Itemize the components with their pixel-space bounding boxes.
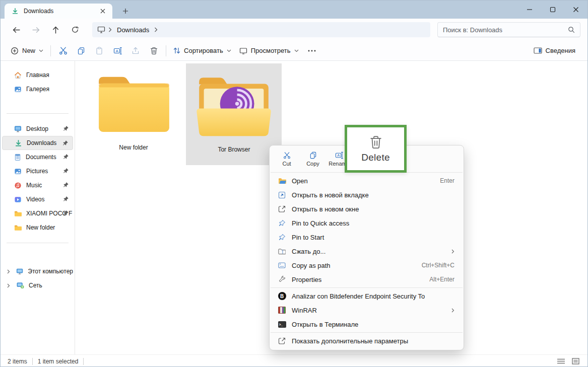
sidebar-item-new-folder[interactable]: New folder	[2, 221, 73, 235]
sidebar-item-desktop[interactable]: Desktop	[2, 122, 73, 136]
pin-icon	[63, 154, 69, 160]
download-icon	[12, 8, 19, 15]
back-button[interactable]	[9, 22, 24, 37]
quick-copy-button[interactable]: Copy	[301, 148, 325, 170]
menu-item-open-new-tab[interactable]: Открыть в новой вкладке	[272, 188, 462, 202]
sidebar-item-label: Главная	[26, 71, 49, 79]
sidebar-item-gallery[interactable]: Галерея	[2, 82, 73, 96]
wrench-icon	[278, 275, 286, 284]
pin-icon	[62, 140, 69, 146]
menu-item-show-more-options[interactable]: Показать дополнительные параметры	[272, 334, 462, 348]
file-name: New folder	[119, 144, 148, 151]
close-button[interactable]	[564, 1, 587, 19]
minimize-button[interactable]	[518, 1, 541, 19]
music-icon	[14, 182, 22, 189]
refresh-button[interactable]	[68, 22, 83, 37]
menu-item-label: Copy as path	[292, 262, 417, 269]
cut-icon	[283, 152, 291, 159]
status-bar: 2 items 1 item selected	[1, 354, 587, 367]
tab-downloads[interactable]: Downloads	[5, 4, 112, 19]
chevron-right-icon[interactable]	[5, 283, 12, 288]
share-button[interactable]	[126, 43, 145, 58]
compress-zip-icon	[278, 247, 286, 256]
paste-button[interactable]	[90, 43, 108, 58]
view-button-label: Просмотреть	[251, 47, 291, 54]
forward-button[interactable]	[28, 22, 43, 37]
chevron-down-icon	[294, 49, 299, 52]
menu-item-open-new-window[interactable]: Открыть в новом окне	[272, 202, 462, 216]
menu-item-properties[interactable]: Properties Alt+Enter	[272, 272, 462, 286]
titlebar: Downloads	[1, 1, 587, 19]
chevron-right-icon[interactable]	[5, 269, 12, 274]
sidebar-item-label: Downloads	[27, 139, 56, 146]
cut-button[interactable]	[54, 43, 72, 58]
circle-plus-icon	[11, 47, 19, 55]
network-icon	[17, 282, 24, 289]
menu-item-pin-to-start[interactable]: Pin to Start	[272, 230, 462, 244]
toolbar-separator	[166, 45, 166, 56]
pin-icon	[63, 168, 69, 174]
sidebar-item-music[interactable]: Music	[2, 178, 73, 192]
menu-item-open[interactable]: Open Enter	[272, 174, 462, 188]
details-pane-button[interactable]: Сведения	[530, 44, 579, 57]
pin-icon	[63, 182, 69, 188]
toolbar-separator	[50, 45, 51, 56]
sidebar-item-label: Галерея	[26, 86, 49, 93]
more-options-button[interactable]	[303, 43, 321, 58]
breadcrumb-segment[interactable]: Downloads	[117, 26, 149, 34]
tab-title: Downloads	[24, 8, 98, 15]
quick-cut-button[interactable]: Cut	[275, 148, 299, 170]
new-button[interactable]: New	[7, 44, 47, 57]
documents-icon	[14, 154, 21, 161]
file-tile-new-folder[interactable]: New folder	[86, 63, 181, 165]
sidebar-item-pictures[interactable]: Pictures	[2, 164, 73, 178]
quick-action-label: Copy	[306, 161, 319, 167]
menu-item-bitdefender-scan[interactable]: B Analizar con Bitdefender Endpoint Secu…	[272, 289, 462, 303]
menu-item-copy-as-path[interactable]: Copy as path Ctrl+Shift+C	[272, 258, 462, 272]
trash-icon	[369, 135, 383, 150]
submenu-chevron-icon	[451, 249, 454, 254]
chevron-right-icon	[154, 27, 158, 32]
sort-icon	[173, 47, 180, 54]
sidebar-item-label: Pictures	[26, 168, 48, 175]
large-icons-view-icon[interactable]	[572, 358, 579, 364]
sort-button-label: Сортировать	[184, 47, 223, 54]
items-count: 2 items	[8, 358, 27, 365]
menu-item-pin-quick-access[interactable]: Pin to Quick access	[272, 216, 462, 230]
up-button[interactable]	[48, 22, 63, 37]
file-tile-tor-browser[interactable]: Tor Browser	[186, 63, 282, 165]
menu-item-open-in-terminal[interactable]: >_ Открыть в Терминале	[272, 317, 462, 331]
menu-item-label: Open	[292, 177, 435, 185]
sidebar-item-xiaomi-poco[interactable]: XIAOMI POCO F	[2, 206, 73, 221]
file-name: Tor Browser	[218, 146, 250, 153]
search-box[interactable]	[437, 22, 580, 37]
copy-button[interactable]	[72, 43, 90, 58]
view-icon	[239, 47, 247, 54]
maximize-button[interactable]	[541, 1, 564, 19]
delete-annotation-highlight[interactable]: Delete	[345, 125, 407, 173]
sidebar-item-videos[interactable]: Videos	[2, 192, 73, 206]
file-explorer-window: Downloads	[0, 0, 588, 367]
menu-item-label: Analizar con Bitdefender Endpoint Securi…	[292, 292, 454, 300]
view-button[interactable]: Просмотреть	[235, 44, 303, 57]
list-view-icon[interactable]	[557, 358, 565, 364]
sidebar-item-network[interactable]: Сеть	[2, 278, 73, 292]
rename-button[interactable]: A	[108, 43, 126, 58]
chevron-down-icon	[227, 49, 231, 52]
tab-close-icon[interactable]	[98, 7, 107, 16]
delete-button[interactable]	[145, 43, 163, 58]
menu-item-winrar[interactable]: WinRAR	[272, 303, 462, 317]
svg-text:A: A	[115, 48, 118, 53]
open-new-window-icon	[278, 205, 286, 213]
sidebar-item-home[interactable]: Главная	[2, 68, 73, 82]
sidebar-item-downloads[interactable]: Downloads	[2, 136, 73, 150]
sidebar-item-this-pc[interactable]: Этот компьютер	[2, 264, 73, 278]
sort-button[interactable]: Сортировать	[169, 44, 235, 57]
menu-item-compress-to[interactable]: Сжать до...	[272, 244, 462, 258]
breadcrumb[interactable]: Downloads	[92, 22, 430, 37]
new-tab-button[interactable]	[119, 5, 132, 17]
sidebar-item-documents[interactable]: Documents	[2, 150, 73, 164]
search-input[interactable]	[443, 26, 568, 34]
menu-item-label: Pin to Start	[292, 234, 454, 241]
sidebar-item-label: Videos	[26, 196, 44, 203]
